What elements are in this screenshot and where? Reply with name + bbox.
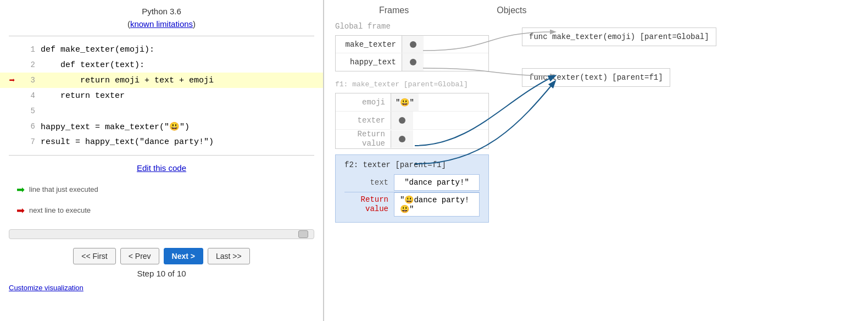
f1-dot-return <box>399 136 405 142</box>
global-pointer-happy-text <box>402 53 424 71</box>
objects-column: func make_texter(emoji) [parent=Global] … <box>489 22 857 316</box>
line-num-5: 5 <box>20 107 35 115</box>
f1-pointer-texter <box>391 112 413 129</box>
global-dot-make-texter <box>410 41 416 48</box>
global-dot-happy-text <box>410 59 416 65</box>
step-info: Step 10 of 10 <box>0 269 323 278</box>
f2-row-text: text "dance party!" <box>344 174 480 192</box>
right-header: Frames Objects <box>335 5 857 15</box>
step-slider-thumb[interactable] <box>298 230 308 238</box>
f1-var-emoji: emoji <box>336 98 391 107</box>
legend-green-label: line that just executed <box>29 182 98 197</box>
obj1-area: func make_texter(emoji) [parent=Global] <box>522 27 857 52</box>
first-button[interactable]: << First <box>73 248 115 264</box>
f2-val-return: "😃dance party!😃" <box>394 192 480 217</box>
green-arrow-icon: ➡ <box>16 180 25 200</box>
edit-code-link[interactable]: Edit this code <box>137 163 186 173</box>
line-code-3: return emoji + text + emoji <box>41 76 214 85</box>
customize-link[interactable]: Customize visualization <box>9 284 84 292</box>
customize-link-area: Customize visualization <box>0 280 323 295</box>
line-arrow-3: ➡ <box>4 74 20 86</box>
line-num-2: 2 <box>20 60 35 69</box>
f1-frame-label: f1: make_texter [parent=Global] <box>335 80 489 88</box>
obj1-box: func make_texter(emoji) [parent=Global] <box>522 27 716 46</box>
code-line-2: 2 def texter(text): <box>0 57 323 73</box>
header-divider <box>9 36 314 36</box>
line-num-3: 3 <box>20 76 35 85</box>
legend-red-label: next line to execute <box>29 203 91 218</box>
f2-frame-container: f2: texter [parent=f1] text "dance party… <box>335 154 489 223</box>
next-button[interactable]: Next > <box>164 248 203 264</box>
f2-var-text: text <box>344 178 394 187</box>
code-line-3: ➡ 3 return emoji + text + emoji <box>0 73 323 88</box>
line-code-1: def make_texter(emoji): <box>41 45 154 54</box>
frames-header: Frames <box>379 5 409 15</box>
code-line-1: 1 def make_texter(emoji): <box>0 42 323 57</box>
f1-pointer-return <box>391 130 413 148</box>
line-code-4: return texter <box>41 91 125 101</box>
line-num-7: 7 <box>20 137 35 146</box>
line-code-6: happy_text = make_texter("😃") <box>41 121 190 132</box>
objects-header: Objects <box>497 5 526 15</box>
f2-table: text "dance party!" Returnvalue "😃dance … <box>344 174 480 217</box>
global-frame-row-make-texter: make_texter <box>336 36 488 53</box>
global-var-happy-text: happy_text <box>336 58 402 67</box>
left-panel: Python 3.6 (known limitations) 1 def mak… <box>0 0 324 321</box>
last-button[interactable]: Last >> <box>208 248 250 264</box>
code-area: 1 def make_texter(emoji): 2 def texter(t… <box>0 38 323 153</box>
f1-var-texter: texter <box>336 116 391 125</box>
python-version-header: Python 3.6 (known limitations) <box>0 5 323 30</box>
legend-red-item: ➡ next line to execute <box>16 201 307 220</box>
nav-buttons: << First < Prev Next > Last >> <box>0 248 323 264</box>
f1-var-return: Returnvalue <box>336 130 391 148</box>
line-code-2: def texter(text): <box>41 60 144 70</box>
f2-var-return: Returnvalue <box>344 195 394 214</box>
code-line-7: 7 result = happy_text("dance party!") <box>0 134 323 150</box>
global-var-make-texter: make_texter <box>336 40 402 49</box>
line-num-1: 1 <box>20 45 35 54</box>
prev-button[interactable]: < Prev <box>120 248 159 264</box>
f1-frame-box: emoji "😃" texter Returnvalue <box>335 93 489 149</box>
code-line-4: 4 return texter <box>0 88 323 103</box>
global-frame-row-happy-text: happy_text <box>336 53 488 71</box>
global-frame-label: Global frame <box>335 22 489 31</box>
known-limitations-link[interactable]: known limitations <box>130 19 193 29</box>
slider-area <box>0 225 323 243</box>
red-arrow-icon: ➡ <box>16 201 25 220</box>
global-frame-box: make_texter happy_text <box>335 35 489 71</box>
python-version-label: Python 3.6 <box>142 7 181 16</box>
edit-link-area: Edit this code <box>0 163 323 173</box>
f2-frame-label: f2: texter [parent=f1] <box>344 160 480 169</box>
f1-val-emoji: "😃" <box>391 93 419 111</box>
line-num-6: 6 <box>20 122 35 131</box>
right-panel: Frames Objects Global frame make_texter … <box>324 0 868 321</box>
global-pointer-make-texter <box>402 36 424 53</box>
obj2-box: func texter(text) [parent=f1] <box>522 68 670 87</box>
f1-row-emoji: emoji "😃" <box>336 93 488 112</box>
f1-row-texter: texter <box>336 112 488 130</box>
f2-val-text: "dance party!" <box>394 174 480 191</box>
f1-dot-texter <box>399 117 405 124</box>
code-line-5: 5 <box>0 103 323 119</box>
obj2-area: func texter(text) [parent=f1] <box>522 68 857 92</box>
legend-green-item: ➡ line that just executed <box>16 180 307 200</box>
f2-row-return: Returnvalue "😃dance party!😃" <box>344 192 480 217</box>
code-line-6: 6 happy_text = make_texter("😃") <box>0 119 323 134</box>
line-code-7: result = happy_text("dance party!") <box>41 137 214 147</box>
frames-column: Global frame make_texter happy_text f1 <box>335 22 489 316</box>
step-text: Step 10 of 10 <box>137 269 186 278</box>
step-slider-track <box>9 229 314 239</box>
code-divider <box>9 155 314 156</box>
legend-area: ➡ line that just executed ➡ next line to… <box>0 176 323 225</box>
f1-row-return: Returnvalue <box>336 130 488 148</box>
line-num-4: 4 <box>20 91 35 100</box>
viz-area: Global frame make_texter happy_text f1 <box>335 22 857 316</box>
